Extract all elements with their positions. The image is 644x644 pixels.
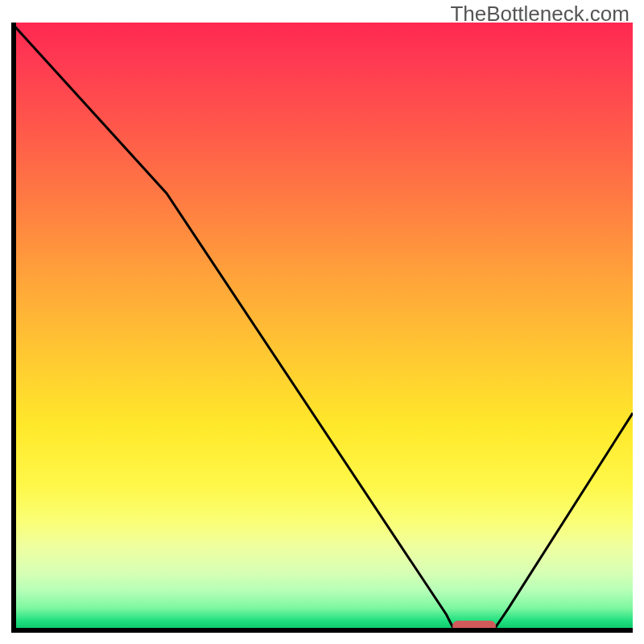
- plot-area: [11, 23, 633, 633]
- watermark-text: TheBottleneck.com: [450, 2, 630, 27]
- y-axis: [11, 23, 16, 633]
- chart-container: TheBottleneck.com: [0, 0, 644, 644]
- x-axis: [11, 628, 633, 633]
- curve-path: [11, 23, 633, 626]
- curve-line: [11, 23, 633, 633]
